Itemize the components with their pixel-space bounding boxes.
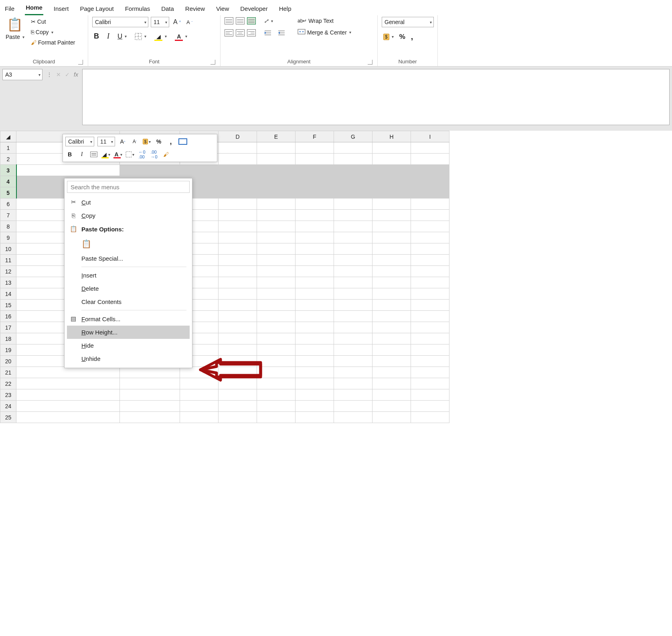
cut-button[interactable]: ✂ Cut bbox=[29, 18, 77, 26]
cell-I11[interactable] bbox=[411, 255, 449, 266]
name-box[interactable]: A3 bbox=[2, 69, 43, 80]
cell-H6[interactable] bbox=[372, 198, 411, 210]
cell-F13[interactable] bbox=[296, 277, 334, 288]
format-painter-button[interactable]: 🖌 Format Painter bbox=[29, 38, 77, 47]
cell-A21[interactable] bbox=[16, 367, 120, 378]
fill-color-button[interactable]: ◢ bbox=[153, 32, 168, 41]
mini-decrease-decimal[interactable]: ←0.00 bbox=[138, 150, 146, 158]
cell-F11[interactable] bbox=[296, 255, 334, 266]
font-size-select[interactable]: 11 bbox=[151, 17, 169, 27]
cell-D25[interactable] bbox=[219, 412, 257, 423]
cell-I2[interactable] bbox=[411, 154, 449, 165]
cell-H11[interactable] bbox=[372, 255, 411, 266]
row-header-14[interactable]: 14 bbox=[0, 288, 16, 300]
cell-F1[interactable] bbox=[296, 142, 334, 154]
row-header-15[interactable]: 15 bbox=[0, 300, 16, 311]
underline-button[interactable]: U bbox=[116, 32, 128, 41]
ctx-paste-button[interactable]: 📋 bbox=[67, 236, 190, 252]
cell-H23[interactable] bbox=[372, 389, 411, 401]
mini-table-icon[interactable] bbox=[178, 138, 187, 145]
align-middle-button[interactable] bbox=[236, 17, 245, 24]
cell-E3[interactable] bbox=[257, 165, 296, 176]
cell-I22[interactable] bbox=[411, 378, 449, 389]
cell-G18[interactable] bbox=[334, 333, 372, 344]
row-header-1[interactable]: 1 bbox=[0, 142, 16, 154]
column-header-E[interactable]: E bbox=[257, 131, 296, 142]
cell-H24[interactable] bbox=[372, 401, 411, 412]
cell-G14[interactable] bbox=[334, 288, 372, 300]
cell-G19[interactable] bbox=[334, 344, 372, 356]
alignment-dialog-launcher[interactable] bbox=[368, 60, 372, 65]
tab-insert[interactable]: Insert bbox=[53, 3, 70, 15]
cell-H15[interactable] bbox=[372, 300, 411, 311]
increase-font-button[interactable]: A^ bbox=[172, 18, 182, 26]
cell-I7[interactable] bbox=[411, 210, 449, 221]
mini-percent[interactable]: % bbox=[154, 138, 163, 146]
cell-H7[interactable] bbox=[372, 210, 411, 221]
mini-accounting[interactable]: $ bbox=[142, 138, 151, 146]
cell-A25[interactable] bbox=[16, 412, 120, 423]
cell-E18[interactable] bbox=[257, 333, 296, 344]
cell-H19[interactable] bbox=[372, 344, 411, 356]
cell-G20[interactable] bbox=[334, 356, 372, 367]
insert-function-button[interactable]: fx bbox=[74, 71, 78, 78]
cell-H14[interactable] bbox=[372, 288, 411, 300]
cell-G24[interactable] bbox=[334, 401, 372, 412]
cell-F15[interactable] bbox=[296, 300, 334, 311]
cell-H16[interactable] bbox=[372, 311, 411, 322]
cell-D6[interactable] bbox=[219, 198, 257, 210]
cell-H10[interactable] bbox=[372, 243, 411, 255]
tab-review[interactable]: Review bbox=[184, 3, 206, 15]
cell-I24[interactable] bbox=[411, 401, 449, 412]
cell-B3[interactable] bbox=[120, 165, 180, 176]
tab-data[interactable]: Data bbox=[160, 3, 175, 15]
comma-button[interactable]: , bbox=[409, 31, 415, 42]
row-header-11[interactable]: 11 bbox=[0, 255, 16, 266]
cell-G9[interactable] bbox=[334, 232, 372, 243]
cell-G7[interactable] bbox=[334, 210, 372, 221]
tab-view[interactable]: View bbox=[215, 3, 230, 15]
mini-font-select[interactable]: Calibri bbox=[65, 137, 94, 146]
cell-G2[interactable] bbox=[334, 154, 372, 165]
cell-H4[interactable] bbox=[372, 176, 411, 187]
cell-D23[interactable] bbox=[219, 389, 257, 401]
cell-I23[interactable] bbox=[411, 389, 449, 401]
row-header-4[interactable]: 4 bbox=[0, 176, 16, 187]
ctx-unhide[interactable]: Unhide bbox=[67, 352, 190, 365]
cell-E5[interactable] bbox=[257, 187, 296, 198]
tab-file[interactable]: File bbox=[4, 3, 15, 15]
cell-B21[interactable] bbox=[120, 367, 180, 378]
cell-G13[interactable] bbox=[334, 277, 372, 288]
cell-E23[interactable] bbox=[257, 389, 296, 401]
cell-I20[interactable] bbox=[411, 356, 449, 367]
cell-D13[interactable] bbox=[219, 277, 257, 288]
mini-fill-color[interactable]: ◢ bbox=[101, 150, 110, 158]
ctx-format-cells[interactable]: ▤ Format Cells... bbox=[67, 312, 190, 326]
cell-H1[interactable] bbox=[372, 142, 411, 154]
cell-F7[interactable] bbox=[296, 210, 334, 221]
tab-help[interactable]: Help bbox=[278, 3, 292, 15]
cell-D24[interactable] bbox=[219, 401, 257, 412]
select-all-corner[interactable]: ◢ bbox=[0, 131, 16, 142]
cell-H3[interactable] bbox=[372, 165, 411, 176]
align-right-button[interactable] bbox=[247, 29, 256, 36]
row-header-16[interactable]: 16 bbox=[0, 311, 16, 322]
row-header-3[interactable]: 3 bbox=[0, 165, 16, 176]
cell-I12[interactable] bbox=[411, 266, 449, 277]
cell-F12[interactable] bbox=[296, 266, 334, 277]
cell-G25[interactable] bbox=[334, 412, 372, 423]
cell-E2[interactable] bbox=[257, 154, 296, 165]
cell-F6[interactable] bbox=[296, 198, 334, 210]
paste-button[interactable]: Paste bbox=[4, 33, 26, 41]
cell-E11[interactable] bbox=[257, 255, 296, 266]
cell-I13[interactable] bbox=[411, 277, 449, 288]
cell-I6[interactable] bbox=[411, 198, 449, 210]
ctx-clear-contents[interactable]: Clear Contents bbox=[67, 295, 190, 308]
align-left-button[interactable] bbox=[225, 29, 233, 36]
cell-E4[interactable] bbox=[257, 176, 296, 187]
context-menu-search[interactable] bbox=[67, 181, 190, 193]
row-header-23[interactable]: 23 bbox=[0, 389, 16, 401]
cell-I10[interactable] bbox=[411, 243, 449, 255]
cell-F14[interactable] bbox=[296, 288, 334, 300]
cell-G1[interactable] bbox=[334, 142, 372, 154]
